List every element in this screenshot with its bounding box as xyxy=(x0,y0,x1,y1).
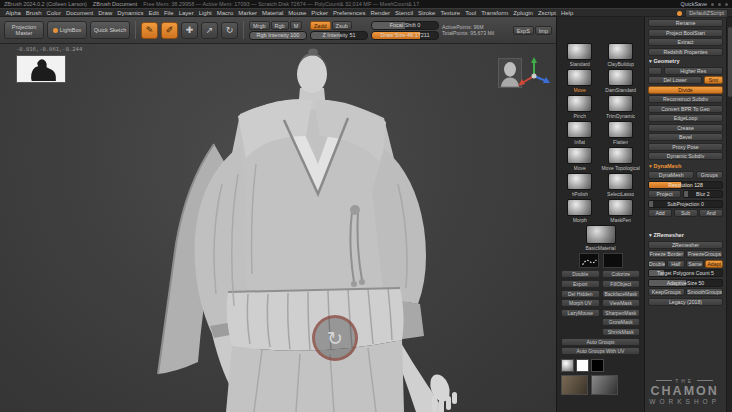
dynamics-menu[interactable]: Dynamics xyxy=(115,10,146,16)
render-menu[interactable]: Render xyxy=(368,10,393,16)
rgb-intensity-slider[interactable]: Rgb Intensity 100 xyxy=(249,31,307,40)
draw-menu[interactable]: Draw xyxy=(96,10,115,16)
rgb-button[interactable]: Rgb xyxy=(271,21,289,30)
white-swatch[interactable] xyxy=(576,359,589,372)
double-button[interactable]: Double xyxy=(648,260,666,268)
maskpen-brush[interactable]: MaskPen xyxy=(601,199,640,223)
damstandard-brush[interactable]: DamStandard xyxy=(601,69,640,93)
geometry-section[interactable]: Geometry xyxy=(648,57,723,65)
flatten-brush[interactable]: Flatten xyxy=(601,121,640,145)
blur-2-slider[interactable]: Blur 2 xyxy=(683,190,723,198)
mrgb-button[interactable]: Mrgb xyxy=(249,21,270,30)
switch-color-swatch[interactable] xyxy=(561,359,574,372)
quick-sketch-button[interactable]: Quick Sketch xyxy=(90,21,130,39)
material-selector[interactable]: BasicMaterial xyxy=(561,225,640,251)
move-brush[interactable]: Move xyxy=(561,147,598,171)
material-menu[interactable]: Material xyxy=(260,10,286,16)
alpha-menu[interactable]: Alpha xyxy=(3,10,23,16)
brush-thumbnail[interactable] xyxy=(567,43,592,60)
picker-menu[interactable]: Picker xyxy=(309,10,331,16)
pinch-brush[interactable]: Pinch xyxy=(561,95,598,119)
zbrush-logo-icon[interactable] xyxy=(677,11,682,16)
strip-button[interactable]: Morph UV xyxy=(561,299,600,307)
freezegroups-button[interactable]: FreezeGroups xyxy=(686,250,723,258)
legacy-2018-button[interactable]: Legacy (2018) xyxy=(648,298,723,306)
strip-button[interactable]: GrowMask xyxy=(602,318,641,326)
zsub-button[interactable]: Zsub xyxy=(332,21,352,30)
imp-button[interactable]: Imp xyxy=(535,26,552,35)
colorize-toggle[interactable]: Colorize xyxy=(602,270,641,278)
brush-thumbnail[interactable] xyxy=(608,147,633,164)
redshift-properties-button[interactable]: Redshift Properties xyxy=(648,48,723,56)
brush-thumbnail[interactable] xyxy=(608,69,633,86)
marker-menu[interactable]: Marker xyxy=(236,10,260,16)
zscript-menu[interactable]: Zscript xyxy=(535,10,558,16)
extract-button[interactable]: Extract xyxy=(648,38,723,46)
resolution-128-slider[interactable]: Resolution 128 xyxy=(648,181,723,189)
brush-thumbnail[interactable] xyxy=(567,147,592,164)
document-menu[interactable]: Document xyxy=(63,10,95,16)
divide-button[interactable]: Divide xyxy=(648,86,723,94)
layer-menu[interactable]: Layer xyxy=(176,10,196,16)
groups-button[interactable]: Groups xyxy=(696,171,723,179)
black-swatch[interactable] xyxy=(591,359,604,372)
mouse-menu[interactable]: Mouse xyxy=(286,10,309,16)
default-zscript-button[interactable]: DefaultZScript xyxy=(685,9,728,18)
brush-thumbnail[interactable] xyxy=(608,95,633,112)
edit-menu[interactable]: Edit xyxy=(146,10,161,16)
smt-button[interactable]: Smt xyxy=(704,76,723,84)
strip-button[interactable]: Export xyxy=(561,280,600,288)
texture-thumb-2[interactable] xyxy=(591,375,618,395)
adapt-button[interactable]: Adapt xyxy=(705,260,723,268)
brush-thumbnail[interactable] xyxy=(567,95,592,112)
exps-button[interactable]: ExpS xyxy=(513,26,534,35)
z-intensity-slider[interactable]: Z Intensity 51 xyxy=(310,31,368,40)
move-button[interactable]: ✚ xyxy=(181,22,198,39)
higher-res-button[interactable]: Higher Res xyxy=(664,67,723,75)
strip-button[interactable]: Del Hidden xyxy=(561,290,600,298)
preferences-menu[interactable]: Preferences xyxy=(331,10,368,16)
claybuildup-brush[interactable]: ClayBuildup xyxy=(601,43,640,67)
stencil-menu[interactable]: Stencil xyxy=(393,10,416,16)
draw-size-slider[interactable]: Draw Size 46.17211 xyxy=(371,31,439,40)
zplugin-menu[interactable]: Zplugin xyxy=(511,10,536,16)
quicksave-button[interactable]: QuickSave xyxy=(680,1,707,7)
strip-button[interactable]: BackfaceMask xyxy=(602,290,641,298)
brush-menu[interactable]: Brush xyxy=(23,10,44,16)
macro-menu[interactable]: Macro xyxy=(214,10,236,16)
strip-button[interactable]: ViewMask xyxy=(602,299,641,307)
same-button[interactable]: Same xyxy=(686,260,704,268)
zadd-button[interactable]: Zadd xyxy=(310,21,331,30)
brush-thumbnail[interactable] xyxy=(608,199,633,216)
color-menu[interactable]: Color xyxy=(44,10,63,16)
sculpt-model[interactable] xyxy=(0,44,556,412)
window-control-dot[interactable] xyxy=(718,3,721,6)
light-menu[interactable]: Light xyxy=(196,10,214,16)
project-button[interactable]: Project xyxy=(648,190,681,198)
strip-button[interactable]: FillObject xyxy=(602,280,641,288)
bevel-button[interactable]: Bevel xyxy=(648,133,723,141)
item-button[interactable] xyxy=(648,67,662,75)
texture-thumb-1[interactable] xyxy=(561,375,588,395)
brush-thumbnail[interactable] xyxy=(567,69,592,86)
add-button[interactable]: Add xyxy=(648,209,672,217)
edgeloop-button[interactable]: EdgeLoop xyxy=(648,114,723,122)
edit-button[interactable]: ✎ xyxy=(141,22,158,39)
viewport-canvas[interactable]: -0.016,-0.061,-0.244 xyxy=(0,44,556,412)
freeze-border-button[interactable]: Freeze Border xyxy=(648,250,685,258)
zremesher-button[interactable]: ZRemesher xyxy=(648,241,723,249)
window-control-dot[interactable] xyxy=(725,3,728,6)
strip-button[interactable]: LazyMouse xyxy=(561,309,600,317)
rotate-widget[interactable]: ↻ xyxy=(312,315,358,361)
proxy-pose-button[interactable]: Proxy Pose xyxy=(648,143,723,151)
crease-button[interactable]: Crease xyxy=(648,124,723,132)
dynamesh-section[interactable]: DynaMesh xyxy=(648,162,723,170)
orientation-gizmo[interactable] xyxy=(516,56,552,90)
trimdynamic-brush[interactable]: TrimDynamic xyxy=(601,95,640,119)
stroke-menu[interactable]: Stroke xyxy=(416,10,438,16)
inflat-brush[interactable]: Inflat xyxy=(561,121,598,145)
target-polygons-count-5-slider[interactable]: Target Polygons Count 5 xyxy=(648,269,723,277)
sub-button[interactable]: Sub xyxy=(674,209,698,217)
project-boolstart-button[interactable]: Project BoolStart xyxy=(648,29,723,37)
scale-button[interactable]: ↗ xyxy=(201,22,218,39)
